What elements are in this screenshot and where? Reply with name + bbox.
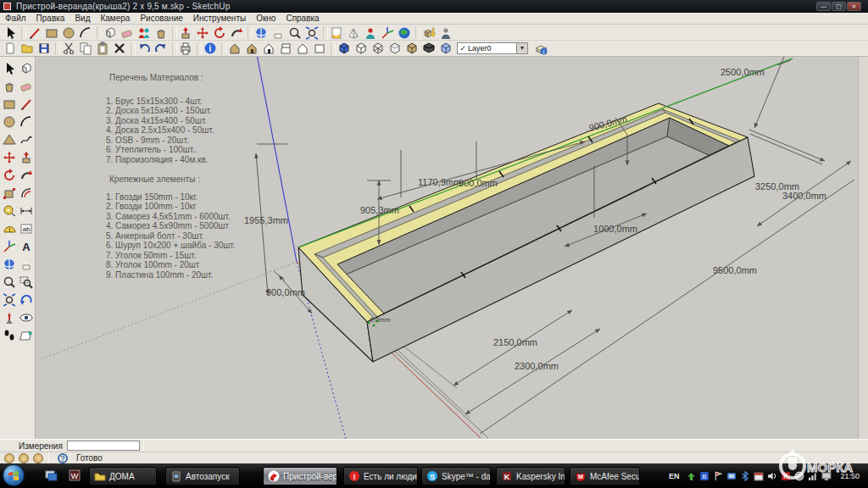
camera-top-icon[interactable] [243,42,260,56]
rectangle-tool-icon[interactable] [43,25,60,40]
tray-blue-icon[interactable] [726,471,737,481]
layer-dropdown[interactable]: ✓ Layer0 ▼ [457,42,528,54]
camera-left-icon[interactable] [311,42,328,56]
open-file-icon[interactable] [19,42,36,56]
help-icon[interactable]: ? [58,453,68,463]
menu-4[interactable]: Рисование [135,14,187,23]
tray-bluetooth-icon[interactable] [740,471,750,481]
freehand-tool-icon[interactable] [18,132,35,147]
dimension-tool-icon[interactable] [18,203,35,218]
zoom-tool-icon[interactable] [1,274,18,289]
scale-tool-icon[interactable] [1,186,18,200]
maximize-button[interactable]: ▢ [832,2,846,11]
menu-5[interactable]: Инструменты [188,14,251,23]
photo-match-icon[interactable] [136,25,153,40]
axes-icon[interactable] [379,25,396,40]
menu-3[interactable]: Камера [95,14,135,23]
get-models-icon[interactable] [420,25,437,40]
toggle-terrain-icon[interactable] [345,25,362,40]
previous-view-icon[interactable] [18,292,35,307]
new-file-icon[interactable] [2,42,19,56]
tray-calendar-icon[interactable] [754,471,764,481]
eraser-tool-icon[interactable] [18,79,35,93]
taskbar-button-0[interactable]: ДОМА [89,467,157,485]
push-pull-icon[interactable] [177,25,194,40]
language-indicator[interactable]: EN [669,472,680,480]
close-button[interactable]: ✕ [847,2,861,11]
add-location-icon[interactable] [328,25,345,40]
paint-bucket-icon[interactable] [153,25,170,40]
quicklaunch-icon-2[interactable]: W [68,469,81,482]
google-earth-icon[interactable] [396,25,413,40]
follow-me-icon[interactable] [18,168,35,182]
taskbar-button-6[interactable]: MMcAfee Security ... [570,467,640,485]
tray-update-icon[interactable] [686,471,696,481]
paste-icon[interactable] [94,42,111,56]
move-tool-icon[interactable] [1,150,18,164]
taskbar-button-5[interactable]: KKaspersky Intern... [496,467,565,485]
taskbar-button-1[interactable]: Автозапуск [165,467,240,485]
zoom-extents-icon[interactable] [1,292,18,307]
undo-icon[interactable] [136,42,153,56]
axes-tool-icon[interactable] [1,239,18,253]
paint-bucket-icon[interactable] [1,79,18,93]
quicklaunch-icon-1[interactable] [44,469,58,482]
erase-icon[interactable] [111,42,128,56]
tray-flag-icon[interactable] [713,471,723,481]
push-pull-icon[interactable] [18,150,35,164]
photo-textures-icon[interactable] [362,25,379,40]
view-shaded-icon[interactable] [387,42,403,56]
view-back-edges-icon[interactable] [437,42,454,56]
save-file-icon[interactable] [36,42,53,56]
make-component-icon[interactable] [18,61,35,75]
arc-tool-icon[interactable] [77,25,94,40]
section-plane-icon[interactable] [18,328,35,342]
zoom-window-icon[interactable] [18,274,35,289]
claim-icon[interactable] [33,453,43,463]
arc-tool-icon[interactable] [18,114,35,129]
camera-right-icon[interactable] [277,42,294,56]
eraser-tool-icon[interactable] [119,25,136,40]
start-button[interactable] [3,464,25,486]
tray-network-icon[interactable] [808,471,818,481]
text-tool-icon[interactable]: ab [18,221,35,236]
rotate-tool-icon[interactable] [211,25,228,40]
orbit-tool-icon[interactable] [253,25,270,40]
layer-manager-icon[interactable]: i [532,42,549,56]
cut-icon[interactable] [60,42,77,56]
layer-dropdown-arrow[interactable]: ▼ [516,43,527,53]
offset-tool-icon[interactable] [18,186,35,200]
tray-b-icon[interactable]: B [699,471,709,481]
zoom-extents-icon[interactable] [303,25,320,40]
select-tool-icon[interactable] [2,25,19,40]
menu-1[interactable]: Правка [31,14,70,23]
follow-me-icon[interactable] [228,25,245,40]
minimize-button[interactable]: — [816,2,831,11]
drawing-canvas[interactable]: 2500,0mm 3250,0mm 3400,0mm 9500,0mm 1000… [36,57,858,439]
polygon-tool-icon[interactable] [1,132,18,147]
taskbar-button-2[interactable]: Пристрой-веран... [263,467,337,485]
camera-front-icon[interactable] [260,42,277,56]
menu-2[interactable]: Вид [70,14,95,23]
pan-tool-icon[interactable] [270,25,287,40]
menu-0[interactable]: Файл [0,14,31,23]
taskbar-button-4[interactable]: SSkype™ - dalayter [421,467,491,485]
tape-measure-icon[interactable] [1,203,18,218]
position-camera-icon[interactable] [1,310,18,324]
menu-7[interactable]: Справка [281,14,324,23]
pan-tool-icon[interactable] [18,257,35,271]
select-tool-icon[interactable] [1,61,18,75]
camera-back-icon[interactable] [294,42,311,56]
scrollbar-strip[interactable] [858,57,868,439]
measurements-input[interactable] [67,441,140,451]
tray-kaspersky-icon[interactable]: K [781,471,791,481]
credit-icon[interactable] [19,453,29,463]
model-info-icon[interactable]: i [202,42,219,56]
view-monochrome-icon[interactable] [420,42,437,56]
line-tool-icon[interactable] [26,25,43,40]
rectangle-tool-icon[interactable] [1,97,18,111]
rotate-tool-icon[interactable] [1,168,18,182]
copy-icon[interactable] [77,42,94,56]
tray-display-icon[interactable] [821,471,832,481]
orbit-tool-icon[interactable] [1,257,18,271]
